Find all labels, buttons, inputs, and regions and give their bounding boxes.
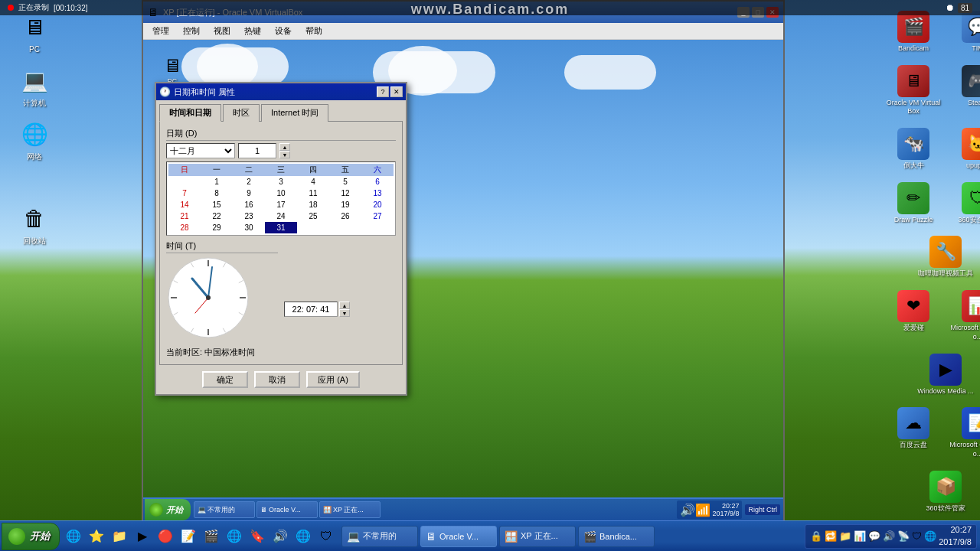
month-select[interactable]: 十二月 <box>166 143 235 158</box>
calendar-body[interactable]: 1 2 3 4 5 6 7 8 9 10 11 <box>168 176 394 233</box>
cal-day-21[interactable]: 21 <box>168 210 201 222</box>
time-spin-down[interactable]: ▼ <box>339 309 350 317</box>
cal-day-22[interactable]: 22 <box>201 210 233 222</box>
outer-tl-icon-6[interactable]: 📝 <box>178 526 199 547</box>
desktop-icon-360[interactable]: 🛡 360安全卫士 <box>947 179 980 228</box>
cal-day-2[interactable]: 2 <box>233 176 265 187</box>
tab-datetime[interactable]: 时间和日期 <box>159 104 221 122</box>
cal-day-31[interactable]: 31 <box>265 222 297 233</box>
cal-day-5[interactable]: 5 <box>329 176 361 187</box>
cal-day-23[interactable]: 23 <box>233 210 265 222</box>
outer-start-button[interactable]: 开始 <box>2 523 60 550</box>
xp-icon-pc[interactable]: 🖥 PC <box>149 55 195 85</box>
outer-tray-icon-4[interactable]: 📊 <box>854 530 866 542</box>
cal-day-14[interactable]: 14 <box>168 199 201 210</box>
desktop-icon-windows-media[interactable]: ▶ Windows Media ... <box>915 350 976 399</box>
year-input[interactable] <box>238 143 276 158</box>
xp-start-button[interactable]: 开始 <box>145 499 191 520</box>
outer-tl-icon-12[interactable]: 🛡 <box>315 526 337 547</box>
outer-tl-icon-11[interactable]: 🌐 <box>292 526 314 547</box>
apply-button[interactable]: 应用 (A) <box>306 371 360 388</box>
outer-app-unusual[interactable]: 💻 不常用的 <box>341 526 418 547</box>
outer-tray-icon-5[interactable]: 💬 <box>868 530 880 542</box>
cal-day-24[interactable]: 24 <box>265 210 297 222</box>
vbox-menu-device[interactable]: 设备 <box>269 24 298 38</box>
outer-tl-icon-10[interactable]: 🔊 <box>270 526 291 547</box>
cal-day-30[interactable]: 30 <box>233 222 265 233</box>
cal-day-19[interactable]: 19 <box>329 199 361 210</box>
cal-day-1[interactable]: 1 <box>201 176 233 187</box>
desktop-icon-upupoo[interactable]: 🐱 upupoo <box>947 125 980 174</box>
cal-day-3[interactable]: 3 <box>265 176 297 187</box>
cal-day-26[interactable]: 26 <box>329 210 361 222</box>
desktop-icon-msword[interactable]: 📝 Microsoft Office Wo... <box>947 404 980 461</box>
cancel-button[interactable]: 取消 <box>254 371 300 388</box>
outer-tl-icon-3[interactable]: 📁 <box>109 526 130 547</box>
desktop-icon-tools[interactable]: 🔧 咖哩咖哩视频工具 <box>915 233 976 282</box>
outer-tray-icon-1[interactable]: 🔒 <box>810 530 822 542</box>
time-spinner[interactable]: ▲ ▼ <box>339 302 350 317</box>
xp-app-unusual[interactable]: 💻 不常用的 <box>194 501 255 518</box>
time-input[interactable] <box>284 302 338 317</box>
outer-tray-icon-7[interactable]: 📡 <box>897 530 910 542</box>
outer-desktop-icon-network[interactable]: 🌐 网络 <box>4 115 65 165</box>
cal-day-29[interactable]: 29 <box>201 222 233 233</box>
outer-app-bandicam[interactable]: 🎬 Bandica... <box>578 526 655 547</box>
tab-internet-time[interactable]: Internet 时间 <box>261 104 328 122</box>
cal-day-17[interactable]: 17 <box>265 199 297 210</box>
year-spinner[interactable]: ▲ ▼ <box>279 143 290 158</box>
ok-button[interactable]: 确定 <box>202 371 248 388</box>
dialog-close-btn[interactable]: ✕ <box>390 86 403 97</box>
cal-day-7[interactable]: 7 <box>168 187 201 199</box>
outer-tl-icon-9[interactable]: 🔖 <box>247 526 268 547</box>
outer-desktop-icon-computer[interactable]: 💻 计算机 <box>4 61 65 111</box>
outer-tl-icon-7[interactable]: 🎬 <box>201 526 222 547</box>
outer-app-oracle[interactable]: 🖥 Oracle V... <box>420 526 497 547</box>
outer-tray-icon-2[interactable]: 🔁 <box>825 530 837 542</box>
year-spin-down[interactable]: ▼ <box>279 151 290 158</box>
cal-day-8[interactable]: 8 <box>201 187 233 199</box>
outer-tray-icon-6[interactable]: 🔊 <box>883 530 895 542</box>
outer-tl-icon-1[interactable]: 🌐 <box>63 526 84 547</box>
vbox-menu-view[interactable]: 视图 <box>207 24 237 38</box>
xp-app-xp[interactable]: 🪟 XP 正在... <box>319 501 381 518</box>
cal-day-13[interactable]: 13 <box>361 187 394 199</box>
vbox-menu-manage[interactable]: 管理 <box>146 24 175 38</box>
desktop-icon-steam[interactable]: 🎮 Steam <box>947 62 980 119</box>
desktop-icon-oracle[interactable]: 🖥 Oracle VM VirtualBox <box>883 62 944 119</box>
cal-day-4[interactable]: 4 <box>297 176 329 187</box>
cal-day-27[interactable]: 27 <box>361 210 394 222</box>
outer-desktop-icon-recycle[interactable]: 🗑 回收站 <box>4 199 65 249</box>
vbox-menu-control[interactable]: 控制 <box>177 24 206 38</box>
tab-timezone[interactable]: 时区 <box>223 104 260 122</box>
cal-day-9[interactable]: 9 <box>233 187 265 199</box>
desktop-icon-baidu[interactable]: ☁ 百度云盘 <box>883 404 944 461</box>
cal-day-18[interactable]: 18 <box>297 199 329 210</box>
outer-tl-icon-5[interactable]: 🔴 <box>155 526 176 547</box>
outer-tray-icon-9[interactable]: 🌐 <box>924 530 936 542</box>
desktop-icon-drawpuzzle[interactable]: ✏ Draw Puzzle <box>883 179 944 228</box>
cal-day-16[interactable]: 16 <box>233 199 265 210</box>
outer-tray-icon-3[interactable]: 📁 <box>839 530 851 542</box>
outer-tl-icon-8[interactable]: 🌐 <box>224 526 245 547</box>
outer-tray-icon-8[interactable]: 🛡 <box>912 530 922 542</box>
vbox-menu-hotkey[interactable]: 热键 <box>238 24 267 38</box>
desktop-icon-mspowerpoint[interactable]: 📊 Microsoft Office Po... <box>947 287 980 344</box>
xp-app-oracle[interactable]: 🖥 Oracle V... <box>256 501 318 518</box>
desktop-icon-aiyou[interactable]: ❤ 爱爱碰 <box>883 287 944 344</box>
desktop-icon-qq-alt[interactable]: 🐄 倒大牛 <box>883 125 944 174</box>
cal-day-10[interactable]: 10 <box>265 187 297 199</box>
cal-day-25[interactable]: 25 <box>297 210 329 222</box>
desktop-icon-360mgr[interactable]: 📦 360软件管家 <box>915 468 976 517</box>
time-spin-up[interactable]: ▲ <box>339 302 350 309</box>
cal-day-11[interactable]: 11 <box>297 187 329 199</box>
cal-day-20[interactable]: 20 <box>361 199 394 210</box>
vbox-menu-help[interactable]: 帮助 <box>299 24 328 38</box>
cal-day-15[interactable]: 15 <box>201 199 233 210</box>
dialog-help-btn[interactable]: ? <box>377 86 389 97</box>
outer-app-xp[interactable]: 🪟 XP 正在... <box>499 526 576 547</box>
year-spin-up[interactable]: ▲ <box>279 143 290 151</box>
outer-tl-icon-2[interactable]: ⭐ <box>86 526 107 547</box>
cal-day-12[interactable]: 12 <box>329 187 361 199</box>
cal-day-28[interactable]: 28 <box>168 222 201 233</box>
